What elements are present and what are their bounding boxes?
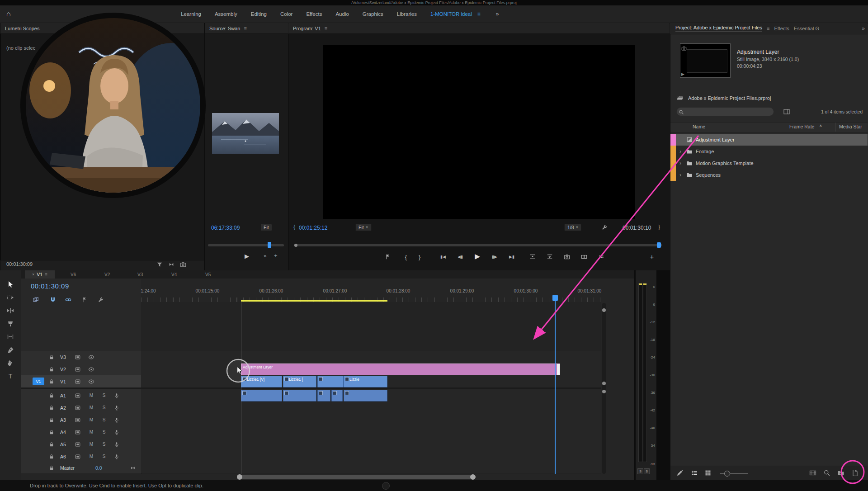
timeline-audio-clip[interactable] [344,390,387,401]
program-scrubber[interactable] [294,244,662,246]
scrollbar-handle[interactable] [602,390,606,393]
source-patch-badge[interactable]: V1 [33,378,44,385]
workspace-tab-color[interactable]: Color [280,11,292,17]
workspace-tab-libraries[interactable]: Libraries [397,11,417,17]
mute-button[interactable]: M [87,428,95,436]
lock-icon[interactable] [47,353,56,361]
project-row-sequences[interactable]: › Sequences [670,169,868,181]
timeline-audio-clip[interactable] [317,390,330,401]
program-playhead-handle[interactable] [657,242,661,248]
playback-resolution-dropdown[interactable]: 1/8 ∨ [564,224,581,231]
track-content-v3[interactable] [141,351,601,364]
track-target-icon[interactable] [74,353,82,361]
solo-button[interactable]: S [100,404,108,412]
track-name[interactable]: A3 [60,417,66,423]
voiceover-mic-icon[interactable] [113,416,121,424]
step-forward-button[interactable]: ▮▶ [489,251,500,262]
column-divider[interactable] [786,123,786,132]
zoom-slider-handle[interactable] [724,471,730,477]
track-content-a4[interactable] [141,426,601,439]
lock-icon[interactable] [47,464,56,472]
project-writable-pencil-icon[interactable] [676,469,684,478]
export-frame-button[interactable] [561,251,572,262]
tab-essential-graphics[interactable]: Essential G [794,26,819,31]
timeline-audio-clip[interactable] [241,390,282,401]
razor-tool[interactable] [6,320,14,328]
go-to-out-button[interactable]: ▶▮ [506,251,517,262]
source-add-button[interactable]: + [274,253,278,259]
solo-button[interactable]: S [644,468,650,474]
source-preview-image[interactable] [212,113,279,154]
snap-magnet-icon[interactable] [50,297,56,305]
workspace-tab-audio[interactable]: Audio [335,11,349,17]
zoom-handle-right[interactable] [470,474,476,480]
column-divider[interactable] [835,123,836,132]
sequence-tab-menu-icon[interactable]: ≡ [45,272,47,277]
keyframe-nav-icon[interactable] [129,464,137,472]
track-name[interactable]: V3 [60,354,66,360]
track-select-forward-tool[interactable] [6,293,14,302]
source-panel-title[interactable]: Source: Swan [209,26,240,31]
lift-button[interactable] [527,251,538,262]
track-target-icon[interactable] [74,440,82,449]
sequence-tab-v3[interactable]: V3 [137,270,143,279]
toggle-track-output-eye-icon[interactable] [87,378,95,386]
program-panel-title[interactable]: Program: V1 [293,26,321,31]
lock-icon[interactable] [47,453,56,461]
hand-tool[interactable] [6,359,14,367]
program-fit-dropdown[interactable]: Fit ∨ [355,224,372,231]
column-frame-rate[interactable]: Frame Rate [789,124,814,129]
camera-icon[interactable] [180,261,186,269]
lumetri-panel-title[interactable]: Lumetri Scopes [5,26,39,31]
add-button[interactable]: + [646,251,657,262]
tab-project[interactable]: Project: Adobe x Epidemic Project Files [675,25,762,32]
timeline-audio-clip[interactable] [331,390,343,401]
comparison-view-button[interactable] [579,251,590,262]
automate-to-sequence-icon[interactable] [809,469,816,478]
solo-button[interactable]: S [100,416,108,424]
workspace-overflow-icon[interactable]: » [496,11,499,17]
voiceover-mic-icon[interactable] [113,392,121,400]
track-target-icon[interactable] [74,453,82,461]
lock-icon[interactable] [47,392,56,400]
clip-right-handle[interactable] [557,364,560,375]
scrollbar-handle[interactable] [602,382,606,385]
extract-button[interactable] [544,251,555,262]
track-target-icon[interactable] [74,378,82,386]
mark-out-button[interactable]: } [414,251,425,262]
chevron-right-icon[interactable]: › [676,172,685,178]
mark-in-button[interactable]: { [401,251,411,262]
lock-icon[interactable] [47,416,56,424]
timeline-clip-lizzie1-b[interactable]: Lizzie1 [ [283,376,316,387]
solo-button[interactable]: S [100,453,108,461]
sequence-tab-active[interactable]: × V1 ≡ [25,270,55,279]
sequence-tab-v6[interactable]: V6 [71,270,76,279]
type-tool[interactable]: T [6,372,14,380]
track-content-a3[interactable] [141,414,601,426]
source-fit-dropdown[interactable]: Fit [260,224,272,231]
new-bin-icon[interactable] [837,469,844,478]
track-name[interactable]: A2 [60,405,66,411]
mute-button[interactable]: M [87,440,95,449]
tab-effects[interactable]: Effects [774,26,789,31]
workspace-tab-learning[interactable]: Learning [181,11,201,17]
mute-button[interactable]: M [87,392,95,400]
voiceover-mic-icon[interactable] [113,404,121,412]
workspace-tab-effects[interactable]: Effects [306,11,322,17]
project-panel-menu-icon[interactable]: ≡ [767,26,769,31]
chevron-right-icon[interactable]: › [676,161,685,166]
timeline-audio-clip[interactable] [283,390,316,401]
track-content-a5[interactable] [141,438,601,451]
track-name[interactable]: A4 [60,430,66,435]
source-scrubber[interactable] [208,244,284,246]
timeline-empty-space[interactable] [141,302,601,351]
label-color-swatch[interactable] [670,157,676,169]
track-name[interactable]: A6 [60,454,66,459]
button-editor-button[interactable] [596,251,607,262]
lock-icon[interactable] [47,378,56,386]
home-icon[interactable]: ⌂ [6,10,11,18]
label-color-swatch[interactable] [670,146,676,157]
track-content-master[interactable] [141,463,601,473]
track-target-icon[interactable] [74,404,82,412]
mute-button[interactable]: M [87,453,95,461]
